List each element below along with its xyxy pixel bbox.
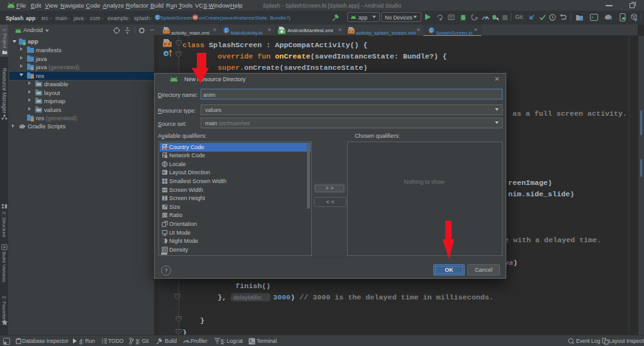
svg-text:C: C [430,28,433,32]
svg-text:C: C [156,15,159,20]
svg-text:m: m [194,15,197,20]
svg-text:C: C [225,28,228,32]
svg-text:5:3: 5:3 [162,214,168,218]
